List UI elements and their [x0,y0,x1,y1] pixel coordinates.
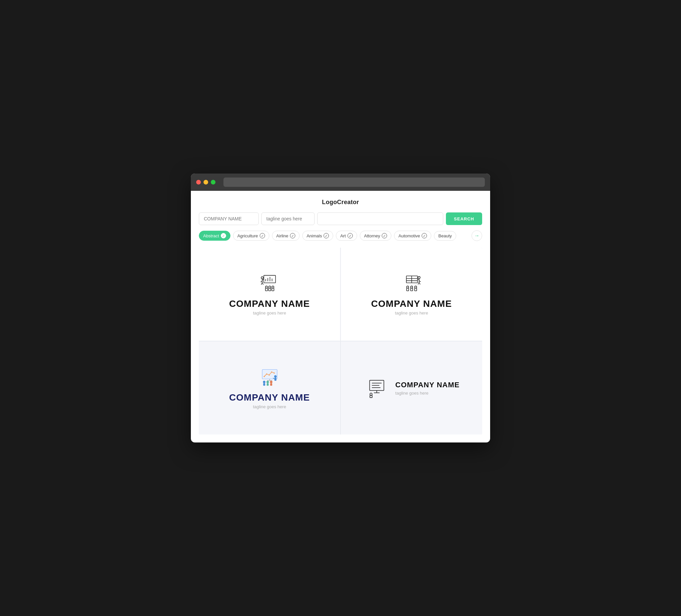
svg-rect-16 [272,288,274,290]
filter-chip-beauty[interactable]: Beauty [434,231,456,241]
minimize-button[interactable] [203,180,208,184]
svg-rect-57 [370,395,372,397]
filter-check-animals: ✓ [324,233,329,238]
filter-label-beauty: Beauty [438,233,452,238]
logo-card-3[interactable]: COMPANY NAME tagline goes here [199,341,340,435]
filter-check-art: ✓ [348,233,353,238]
svg-rect-31 [410,288,412,290]
svg-rect-17 [406,276,418,283]
filter-label-attorney: Attorney [364,233,380,238]
svg-point-12 [268,286,270,288]
filter-chip-agriculture[interactable]: Agriculture ✓ [233,231,269,241]
svg-line-26 [419,282,420,284]
logo-3-tagline: tagline goes here [253,404,286,409]
logo-2-company-name: COMPANY NAME [371,299,452,309]
logo-1-company-name: COMPANY NAME [229,299,310,309]
search-button[interactable]: SEARCH [446,212,482,225]
company-name-input[interactable] [199,212,259,225]
svg-point-29 [414,286,416,288]
filter-chip-animals[interactable]: Animals ✓ [302,231,333,241]
svg-rect-47 [267,383,269,386]
svg-point-27 [406,286,408,288]
svg-point-5 [261,277,263,279]
address-bar [224,178,485,187]
svg-rect-15 [268,288,270,290]
svg-rect-14 [266,288,267,290]
svg-point-37 [271,371,272,373]
svg-rect-30 [406,288,408,290]
svg-line-25 [418,282,419,284]
filter-bar: Abstract ✓ Agriculture ✓ Airline ✓ Anima… [199,230,482,241]
filter-chip-art[interactable]: Art ✓ [336,231,357,241]
filter-chip-airline[interactable]: Airline ✓ [272,231,300,241]
logo-icon-1 [256,273,283,293]
filter-label-automotive: Automotive [398,233,420,238]
app-content: LogoCreator SEARCH Abstract ✓ Agricultur… [191,191,490,442]
filter-check-abstract: ✓ [221,233,226,238]
logo-4-company-name: COMPANY NAME [395,381,459,389]
svg-rect-32 [414,288,416,290]
tagline-input[interactable] [261,212,314,225]
search-bar: SEARCH [199,212,482,225]
filter-chip-attorney[interactable]: Attorney ✓ [360,231,392,241]
filter-label-art: Art [340,233,346,238]
filter-label-agriculture: Agriculture [237,233,258,238]
logo-icon-2 [398,273,425,293]
svg-point-11 [266,286,267,288]
filter-label-abstract: Abstract [203,233,219,238]
svg-rect-45 [263,383,265,386]
svg-point-44 [263,381,266,383]
logo-4-tagline: tagline goes here [395,391,459,395]
filter-next-button[interactable]: → [472,230,482,241]
logo-grid: COMPANY NAME tagline goes here [199,248,482,435]
logo-icon-3 [256,367,283,387]
filter-check-airline: ✓ [290,233,295,238]
logo-2-tagline: tagline goes here [395,310,428,315]
logo-4-text-block: COMPANY NAME tagline goes here [395,381,459,395]
filter-label-animals: Animals [307,233,322,238]
logo-card-1[interactable]: COMPANY NAME tagline goes here [199,248,340,341]
filter-chip-abstract[interactable]: Abstract ✓ [199,231,230,241]
logo-1-tagline: tagline goes here [253,310,286,315]
svg-rect-49 [270,383,272,386]
svg-point-36 [268,374,270,376]
svg-point-41 [274,375,277,378]
logo-3-company-name: COMPANY NAME [229,392,310,403]
svg-rect-42 [274,378,276,381]
filter-chip-automotive[interactable]: Automotive ✓ [394,231,431,241]
filter-check-agriculture: ✓ [260,233,265,238]
filter-label-airline: Airline [276,233,288,238]
svg-point-28 [410,286,412,288]
svg-point-48 [270,381,272,383]
maximize-button[interactable] [211,180,216,184]
svg-point-34 [263,376,265,377]
filter-check-automotive: ✓ [422,233,427,238]
svg-point-21 [418,276,420,278]
logo-card-4[interactable]: COMPANY NAME tagline goes here [341,341,482,435]
svg-line-9 [261,283,262,285]
logo-card-2[interactable]: COMPANY NAME tagline goes here [341,248,482,341]
logo-icon-4 [363,378,390,398]
svg-point-38 [273,372,275,374]
svg-line-10 [262,283,263,285]
svg-point-13 [272,286,274,288]
svg-point-56 [370,393,372,395]
close-button[interactable] [196,180,201,184]
browser-window: LogoCreator SEARCH Abstract ✓ Agricultur… [191,174,490,442]
svg-point-46 [266,381,269,383]
browser-titlebar [191,174,490,191]
filter-check-attorney: ✓ [382,233,387,238]
svg-point-35 [266,373,267,375]
extra-search-input[interactable] [317,212,443,225]
app-title: LogoCreator [199,199,482,206]
